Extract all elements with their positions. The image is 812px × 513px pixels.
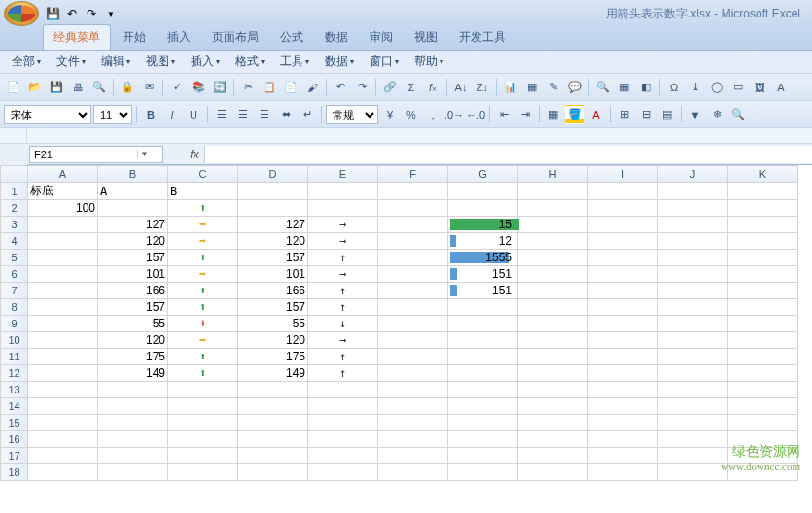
cell-I8[interactable]: [588, 299, 658, 316]
cell-E18[interactable]: [308, 464, 378, 481]
cell-G14[interactable]: [448, 398, 518, 415]
cell-C3[interactable]: ➡: [168, 217, 238, 233]
cell-D4[interactable]: 120: [238, 233, 308, 250]
italic-button[interactable]: I: [162, 105, 182, 124]
cell-J4[interactable]: [658, 233, 728, 250]
cell-B10[interactable]: 120: [98, 332, 168, 349]
redo-icon[interactable]: ↷: [352, 78, 371, 97]
cell-K2[interactable]: [728, 200, 798, 217]
cell-H14[interactable]: [518, 398, 588, 415]
cell-J10[interactable]: [658, 332, 728, 349]
cell-F3[interactable]: [378, 217, 448, 233]
cell-F18[interactable]: [378, 464, 448, 481]
refresh-icon[interactable]: 🔄: [210, 78, 229, 97]
cell-B3[interactable]: 127: [98, 217, 168, 233]
cell-I11[interactable]: [588, 349, 658, 365]
cell-D13[interactable]: [238, 382, 308, 398]
worksheet-grid[interactable]: ABCDEFGHIJK1标底AB2100⬆3127➡127→154120➡120…: [0, 165, 812, 481]
cell-E16[interactable]: [308, 431, 378, 448]
tab-5[interactable]: 数据: [315, 25, 358, 50]
wrap-text-icon[interactable]: ↵: [298, 105, 317, 124]
cell-E14[interactable]: [308, 398, 378, 415]
row-header-5[interactable]: 5: [1, 250, 28, 266]
insert-cells-icon[interactable]: ⊞: [615, 105, 634, 124]
cell-K6[interactable]: [728, 266, 798, 283]
row-header-4[interactable]: 4: [1, 233, 28, 250]
office-button[interactable]: [4, 1, 39, 26]
cell-F9[interactable]: [378, 316, 448, 332]
cell-E11[interactable]: ↑: [308, 349, 378, 365]
cell-F17[interactable]: [378, 448, 448, 464]
cell-D6[interactable]: 101: [238, 266, 308, 283]
cell-A18[interactable]: [28, 464, 98, 481]
cell-B18[interactable]: [98, 464, 168, 481]
col-header-H[interactable]: H: [518, 166, 588, 183]
cell-K10[interactable]: [728, 332, 798, 349]
undo-icon[interactable]: ↶: [64, 6, 80, 21]
cell-G16[interactable]: [448, 431, 518, 448]
cell-K4[interactable]: [728, 233, 798, 250]
comment-icon[interactable]: 💬: [565, 78, 584, 97]
freeze-panes-icon[interactable]: ❄: [707, 105, 726, 124]
print-icon[interactable]: 🖶: [68, 78, 88, 97]
open-icon[interactable]: 📂: [25, 78, 45, 97]
cell-G5[interactable]: 1555: [448, 250, 518, 266]
row-header-9[interactable]: 9: [1, 316, 28, 332]
col-header-E[interactable]: E: [308, 166, 378, 183]
cell-J7[interactable]: [658, 283, 728, 299]
text-box-icon[interactable]: ▭: [728, 78, 748, 97]
cell-I3[interactable]: [588, 217, 658, 233]
cell-F10[interactable]: [378, 332, 448, 349]
cell-I17[interactable]: [588, 448, 658, 464]
cell-C16[interactable]: [168, 431, 238, 448]
delete-cells-icon[interactable]: ⊟: [636, 105, 655, 124]
tab-4[interactable]: 公式: [270, 25, 313, 50]
cell-J12[interactable]: [658, 365, 728, 382]
cell-A2[interactable]: 100: [28, 200, 98, 217]
cell-J14[interactable]: [658, 398, 728, 415]
tab-0[interactable]: 经典菜单: [43, 24, 111, 50]
cell-G13[interactable]: [448, 382, 518, 398]
tab-3[interactable]: 页面布局: [202, 25, 268, 50]
cell-E10[interactable]: →: [308, 332, 378, 349]
font-size-select[interactable]: 11: [93, 105, 132, 124]
percent-icon[interactable]: %: [402, 105, 421, 124]
row-header-16[interactable]: 16: [1, 431, 28, 448]
cell-D15[interactable]: [238, 415, 308, 431]
cell-J11[interactable]: [658, 349, 728, 365]
symbol-icon[interactable]: Ω: [664, 78, 684, 97]
shapes-icon[interactable]: ◯: [707, 78, 726, 97]
col-header-F[interactable]: F: [378, 166, 448, 183]
name-box-input[interactable]: [30, 149, 137, 160]
cell-G10[interactable]: [448, 332, 518, 349]
row-header-17[interactable]: 17: [1, 448, 28, 464]
borders-icon[interactable]: ▦: [544, 105, 563, 124]
cell-I15[interactable]: [588, 415, 658, 431]
cell-K7[interactable]: [728, 283, 798, 299]
cell-E9[interactable]: ↓: [308, 316, 378, 332]
decrease-decimal-icon[interactable]: ←.0: [466, 105, 485, 124]
menu-4[interactable]: 插入▾: [185, 51, 226, 72]
menu-3[interactable]: 视图▾: [140, 51, 181, 72]
cell-J17[interactable]: [658, 448, 728, 464]
cell-G18[interactable]: [448, 464, 518, 481]
cell-K13[interactable]: [728, 382, 798, 398]
cell-D2[interactable]: [238, 200, 308, 217]
cell-A3[interactable]: [28, 217, 98, 233]
col-header-B[interactable]: B: [98, 166, 168, 183]
sort-desc-icon[interactable]: Z↓: [473, 78, 492, 97]
cell-G15[interactable]: [448, 415, 518, 431]
cell-H16[interactable]: [518, 431, 588, 448]
cell-D12[interactable]: 149: [238, 365, 308, 382]
cell-J8[interactable]: [658, 299, 728, 316]
cell-I2[interactable]: [588, 200, 658, 217]
cell-B8[interactable]: 157: [98, 299, 168, 316]
cell-C2[interactable]: ⬆: [168, 200, 238, 217]
menu-9[interactable]: 帮助▾: [408, 51, 449, 72]
currency-icon[interactable]: ¥: [380, 105, 400, 124]
cell-H18[interactable]: [518, 464, 588, 481]
cell-H2[interactable]: [518, 200, 588, 217]
cell-J1[interactable]: [658, 183, 728, 200]
row-header-6[interactable]: 6: [1, 266, 28, 283]
cell-F7[interactable]: [378, 283, 448, 299]
